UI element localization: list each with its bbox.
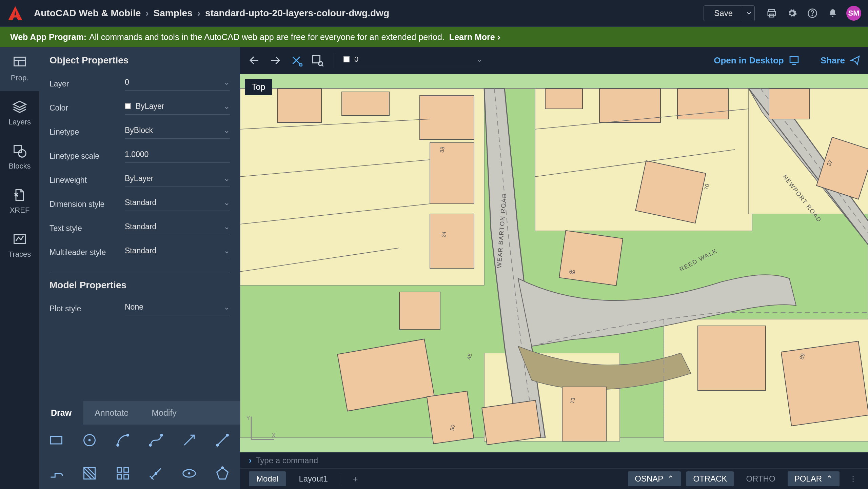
more-icon[interactable]: ⋮	[847, 474, 859, 484]
tab-layout1[interactable]: Layout1	[291, 471, 335, 486]
tool-polygon[interactable]	[214, 465, 231, 482]
rail-layers[interactable]: Layers	[0, 91, 39, 135]
statusbar: Model Layout1 ＋ OSNAP⌃ OTRACK ORTHO POLA…	[240, 469, 868, 489]
canvas-area: 0⌄ Open in Desktop Share Top	[240, 47, 868, 489]
save-button-group: Save	[704, 5, 755, 21]
label-linetype-scale: Linetype scale	[50, 152, 125, 161]
breadcrumb-folder[interactable]: Samples	[154, 8, 193, 19]
map-svg: WEAR BARTON ROAD REED WALK NEWPORT ROAD …	[240, 74, 868, 452]
layer-dropdown[interactable]: 0⌄	[343, 55, 482, 66]
field-linetype-scale[interactable]: 1.0000	[125, 150, 230, 163]
tool-array[interactable]	[115, 465, 131, 482]
open-in-desktop[interactable]: Open in Desktop	[714, 55, 800, 66]
svg-point-40	[300, 64, 302, 66]
banner-title: Web App Program:	[10, 32, 86, 42]
svg-rect-57	[399, 292, 440, 329]
tool-line[interactable]	[214, 432, 231, 448]
left-icon-rail: Prop. Layers Blocks XREF Traces	[0, 47, 39, 489]
field-plot-style[interactable]: None⌄	[125, 302, 230, 315]
svg-rect-69	[698, 326, 766, 390]
tool-arc[interactable]	[115, 432, 131, 448]
breadcrumb-file[interactable]: standard-upto-20-layers-colour-dwg.dwg	[205, 8, 389, 19]
divider	[50, 273, 230, 273]
svg-point-17	[150, 444, 152, 446]
field-text-style[interactable]: Standard⌄	[125, 222, 230, 235]
bell-icon[interactable]	[826, 6, 840, 20]
tool-hatch[interactable]	[81, 465, 98, 482]
caret-icon: ›	[249, 456, 252, 465]
field-linetype[interactable]: ByBlock⌄	[125, 126, 230, 139]
redo-icon[interactable]	[269, 54, 282, 67]
svg-point-16	[127, 434, 129, 436]
svg-rect-44	[790, 57, 798, 62]
svg-rect-54	[420, 95, 474, 139]
svg-rect-60	[545, 89, 583, 109]
tab-annotate[interactable]: Annotate	[83, 401, 140, 425]
model-properties-heading: Model Properties	[50, 280, 230, 291]
svg-rect-5	[14, 57, 25, 66]
tool-ellipse[interactable]	[181, 465, 197, 482]
rail-blocks[interactable]: Blocks	[0, 135, 39, 179]
label-plot-style: Plot style	[50, 304, 125, 313]
field-layer[interactable]: 0⌄	[125, 78, 230, 91]
svg-rect-28	[124, 468, 129, 472]
promo-banner: Web App Program: All commands and tools …	[0, 27, 868, 47]
toggle-ortho[interactable]: ORTHO	[739, 471, 782, 486]
banner-learn-more[interactable]: Learn More	[449, 32, 501, 42]
help-icon[interactable]	[806, 6, 819, 20]
svg-rect-63	[559, 231, 623, 286]
banner-body: All commands and tools in the AutoCAD we…	[89, 32, 445, 42]
command-line[interactable]: › Type a command	[240, 452, 868, 469]
rail-properties[interactable]: Prop.	[0, 47, 39, 91]
tool-palette	[39, 425, 240, 489]
rail-traces[interactable]: Traces	[0, 223, 39, 267]
field-multileader-style[interactable]: Standard⌄	[125, 246, 230, 259]
tool-line-arrow[interactable]	[181, 432, 197, 448]
toggle-polar[interactable]: POLAR⌃	[788, 471, 840, 486]
share-button[interactable]: Share	[821, 55, 861, 66]
svg-rect-52	[277, 89, 321, 122]
label-text-style: Text style	[50, 224, 125, 233]
view-label[interactable]: Top	[245, 79, 272, 95]
toggle-osnap[interactable]: OSNAP⌃	[628, 471, 681, 486]
field-lineweight[interactable]: ByLayer⌄	[125, 174, 230, 187]
tab-model[interactable]: Model	[249, 471, 286, 486]
add-layout-button[interactable]: ＋	[347, 473, 364, 484]
avatar[interactable]: SM	[846, 6, 861, 21]
autocad-logo-icon	[7, 5, 24, 22]
toggle-otrack[interactable]: OTRACK	[686, 471, 734, 486]
drawing-canvas[interactable]: Top	[240, 74, 868, 452]
label-linetype: Linetype	[50, 128, 125, 137]
undo-icon[interactable]	[248, 54, 261, 67]
ucs-icon: XY	[246, 414, 277, 446]
svg-text:50: 50	[449, 424, 456, 431]
svg-point-14	[89, 439, 90, 441]
svg-text:70: 70	[703, 183, 710, 191]
tool-circle[interactable]	[81, 432, 98, 448]
label-multileader-style: Multileader style	[50, 248, 125, 257]
measure-icon[interactable]	[290, 54, 303, 67]
tab-modify[interactable]: Modify	[140, 401, 188, 425]
gear-icon[interactable]	[785, 6, 799, 20]
breadcrumb-product[interactable]: AutoCAD Web & Mobile	[34, 8, 141, 19]
tool-rectangle[interactable]	[48, 432, 64, 448]
svg-text:24: 24	[440, 231, 447, 238]
zoom-window-icon[interactable]	[311, 54, 324, 67]
rail-xref[interactable]: XREF	[0, 179, 39, 223]
tab-draw[interactable]: Draw	[39, 401, 83, 425]
save-button[interactable]: Save	[704, 6, 743, 21]
field-dimension-style[interactable]: Standard⌄	[125, 198, 230, 211]
svg-rect-59	[427, 391, 474, 444]
save-dropdown[interactable]	[743, 6, 754, 21]
svg-point-33	[155, 472, 157, 474]
field-color[interactable]: ByLayer⌄	[125, 102, 230, 115]
tool-spline[interactable]	[148, 432, 164, 448]
print-icon[interactable]	[765, 6, 778, 20]
svg-rect-30	[124, 475, 129, 479]
tool-tabs: Draw Annotate Modify	[39, 401, 240, 425]
tool-polyline[interactable]	[48, 465, 64, 482]
svg-line-19	[184, 435, 194, 445]
tool-dimension[interactable]	[148, 465, 164, 482]
svg-point-15	[117, 444, 119, 446]
svg-text:48: 48	[466, 353, 473, 360]
